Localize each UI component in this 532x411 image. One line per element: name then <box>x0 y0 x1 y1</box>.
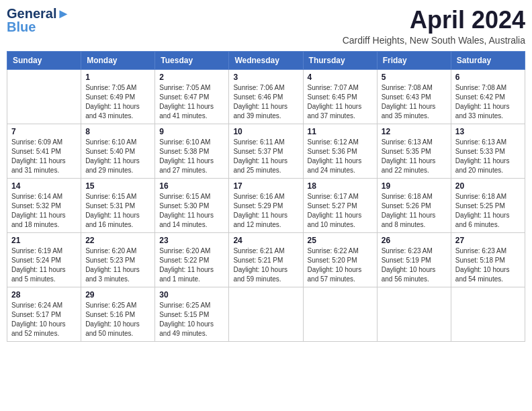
calendar-cell: 13Sunrise: 6:13 AMSunset: 5:33 PMDayligh… <box>451 124 525 178</box>
day-number: 23 <box>159 236 224 245</box>
week-row-4: 21Sunrise: 6:19 AMSunset: 5:24 PMDayligh… <box>7 232 525 287</box>
day-number: 27 <box>455 236 521 245</box>
calendar-cell: 20Sunrise: 6:18 AMSunset: 5:25 PMDayligh… <box>451 178 525 232</box>
week-row-2: 7Sunrise: 6:09 AMSunset: 5:41 PMDaylight… <box>7 124 525 178</box>
title-block: April 2024 Cardiff Heights, New South Wa… <box>343 7 525 46</box>
calendar-cell <box>7 69 81 124</box>
calendar-cell: 8Sunrise: 6:10 AMSunset: 5:40 PMDaylight… <box>81 124 155 178</box>
week-row-1: 1Sunrise: 7:05 AMSunset: 6:49 PMDaylight… <box>7 69 525 124</box>
header-cell-thursday: Thursday <box>303 51 377 69</box>
day-number: 25 <box>308 236 373 245</box>
day-info: Sunrise: 6:15 AMSunset: 5:31 PMDaylight:… <box>85 192 150 230</box>
day-info: Sunrise: 6:18 AMSunset: 5:26 PMDaylight:… <box>382 192 447 230</box>
logo: General► Blue <box>7 7 70 34</box>
calendar-cell <box>377 287 451 341</box>
day-number: 24 <box>233 236 298 245</box>
day-info: Sunrise: 6:20 AMSunset: 5:23 PMDaylight:… <box>85 246 150 284</box>
calendar-cell: 11Sunrise: 6:12 AMSunset: 5:36 PMDayligh… <box>303 124 377 178</box>
calendar-cell: 18Sunrise: 6:17 AMSunset: 5:27 PMDayligh… <box>303 178 377 232</box>
calendar-cell: 3Sunrise: 7:06 AMSunset: 6:46 PMDaylight… <box>229 69 303 124</box>
day-number: 21 <box>11 236 77 245</box>
day-number: 19 <box>382 181 447 191</box>
day-info: Sunrise: 6:15 AMSunset: 5:30 PMDaylight:… <box>159 192 224 230</box>
day-number: 8 <box>85 127 150 136</box>
header-cell-monday: Monday <box>81 51 155 69</box>
day-info: Sunrise: 7:05 AMSunset: 6:49 PMDaylight:… <box>85 83 150 121</box>
day-number: 4 <box>308 73 373 82</box>
day-info: Sunrise: 6:09 AMSunset: 5:41 PMDaylight:… <box>11 138 77 175</box>
day-number: 2 <box>159 73 224 82</box>
day-info: Sunrise: 6:18 AMSunset: 5:25 PMDaylight:… <box>455 192 521 230</box>
calendar-cell: 23Sunrise: 6:20 AMSunset: 5:22 PMDayligh… <box>155 232 229 287</box>
day-number: 6 <box>455 73 521 82</box>
day-info: Sunrise: 6:23 AMSunset: 5:18 PMDaylight:… <box>455 246 521 284</box>
calendar-cell: 9Sunrise: 6:10 AMSunset: 5:38 PMDaylight… <box>155 124 229 178</box>
logo-text: General► <box>7 7 70 20</box>
calendar-cell: 14Sunrise: 6:14 AMSunset: 5:32 PMDayligh… <box>7 178 81 232</box>
day-number: 9 <box>159 127 224 136</box>
calendar-cell: 30Sunrise: 6:25 AMSunset: 5:15 PMDayligh… <box>155 287 229 341</box>
calendar-cell: 2Sunrise: 7:05 AMSunset: 6:47 PMDaylight… <box>155 69 229 124</box>
day-info: Sunrise: 6:10 AMSunset: 5:38 PMDaylight:… <box>159 138 224 175</box>
header-cell-tuesday: Tuesday <box>155 51 229 69</box>
day-info: Sunrise: 6:13 AMSunset: 5:33 PMDaylight:… <box>455 138 521 175</box>
day-number: 5 <box>382 73 447 82</box>
location: Cardiff Heights, New South Wales, Austra… <box>343 35 525 46</box>
calendar-cell: 5Sunrise: 7:08 AMSunset: 6:43 PMDaylight… <box>377 69 451 124</box>
day-number: 18 <box>308 181 373 191</box>
page-header: General► Blue April 2024 Cardiff Heights… <box>7 7 525 46</box>
day-info: Sunrise: 7:06 AMSunset: 6:46 PMDaylight:… <box>233 83 298 121</box>
calendar-cell: 27Sunrise: 6:23 AMSunset: 5:18 PMDayligh… <box>451 232 525 287</box>
calendar-cell: 19Sunrise: 6:18 AMSunset: 5:26 PMDayligh… <box>377 178 451 232</box>
header-cell-friday: Friday <box>377 51 451 69</box>
day-number: 13 <box>455 127 521 136</box>
day-info: Sunrise: 6:20 AMSunset: 5:22 PMDaylight:… <box>159 246 224 284</box>
day-number: 3 <box>233 73 298 82</box>
day-info: Sunrise: 7:08 AMSunset: 6:43 PMDaylight:… <box>382 83 447 121</box>
calendar-cell: 12Sunrise: 6:13 AMSunset: 5:35 PMDayligh… <box>377 124 451 178</box>
calendar-cell: 6Sunrise: 7:08 AMSunset: 6:42 PMDaylight… <box>451 69 525 124</box>
calendar-body: 1Sunrise: 7:05 AMSunset: 6:49 PMDaylight… <box>7 69 525 341</box>
day-info: Sunrise: 6:14 AMSunset: 5:32 PMDaylight:… <box>11 192 77 230</box>
day-info: Sunrise: 6:16 AMSunset: 5:29 PMDaylight:… <box>233 192 298 230</box>
calendar-cell: 29Sunrise: 6:25 AMSunset: 5:16 PMDayligh… <box>81 287 155 341</box>
day-info: Sunrise: 6:21 AMSunset: 5:21 PMDaylight:… <box>233 246 298 284</box>
day-number: 29 <box>85 290 150 300</box>
day-info: Sunrise: 6:12 AMSunset: 5:36 PMDaylight:… <box>308 138 373 175</box>
day-info: Sunrise: 6:13 AMSunset: 5:35 PMDaylight:… <box>382 138 447 175</box>
calendar-cell: 24Sunrise: 6:21 AMSunset: 5:21 PMDayligh… <box>229 232 303 287</box>
logo-blue: Blue <box>7 20 36 34</box>
day-number: 7 <box>11 127 77 136</box>
calendar-table: SundayMondayTuesdayWednesdayThursdayFrid… <box>7 51 525 342</box>
day-info: Sunrise: 6:24 AMSunset: 5:17 PMDaylight:… <box>11 301 77 338</box>
day-info: Sunrise: 6:11 AMSunset: 5:37 PMDaylight:… <box>233 138 298 175</box>
day-number: 16 <box>159 181 224 191</box>
day-info: Sunrise: 6:25 AMSunset: 5:16 PMDaylight:… <box>85 301 150 338</box>
day-number: 26 <box>382 236 447 245</box>
day-number: 28 <box>11 290 77 300</box>
calendar-cell: 7Sunrise: 6:09 AMSunset: 5:41 PMDaylight… <box>7 124 81 178</box>
day-number: 1 <box>85 73 150 82</box>
day-info: Sunrise: 7:07 AMSunset: 6:45 PMDaylight:… <box>308 83 373 121</box>
day-number: 11 <box>308 127 373 136</box>
header-cell-sunday: Sunday <box>7 51 81 69</box>
calendar-header: SundayMondayTuesdayWednesdayThursdayFrid… <box>7 51 525 69</box>
day-number: 30 <box>159 290 224 300</box>
week-row-5: 28Sunrise: 6:24 AMSunset: 5:17 PMDayligh… <box>7 287 525 341</box>
calendar-cell: 17Sunrise: 6:16 AMSunset: 5:29 PMDayligh… <box>229 178 303 232</box>
day-info: Sunrise: 6:10 AMSunset: 5:40 PMDaylight:… <box>85 138 150 175</box>
day-number: 12 <box>382 127 447 136</box>
week-row-3: 14Sunrise: 6:14 AMSunset: 5:32 PMDayligh… <box>7 178 525 232</box>
day-info: Sunrise: 6:17 AMSunset: 5:27 PMDaylight:… <box>308 192 373 230</box>
day-info: Sunrise: 7:08 AMSunset: 6:42 PMDaylight:… <box>455 83 521 121</box>
calendar-cell: 25Sunrise: 6:22 AMSunset: 5:20 PMDayligh… <box>303 232 377 287</box>
header-row: SundayMondayTuesdayWednesdayThursdayFrid… <box>7 51 525 69</box>
calendar-cell: 4Sunrise: 7:07 AMSunset: 6:45 PMDaylight… <box>303 69 377 124</box>
day-number: 14 <box>11 181 77 191</box>
calendar-cell: 1Sunrise: 7:05 AMSunset: 6:49 PMDaylight… <box>81 69 155 124</box>
day-info: Sunrise: 6:23 AMSunset: 5:19 PMDaylight:… <box>382 246 447 284</box>
header-cell-saturday: Saturday <box>451 51 525 69</box>
day-info: Sunrise: 6:19 AMSunset: 5:24 PMDaylight:… <box>11 246 77 284</box>
day-number: 15 <box>85 181 150 191</box>
calendar-cell: 16Sunrise: 6:15 AMSunset: 5:30 PMDayligh… <box>155 178 229 232</box>
